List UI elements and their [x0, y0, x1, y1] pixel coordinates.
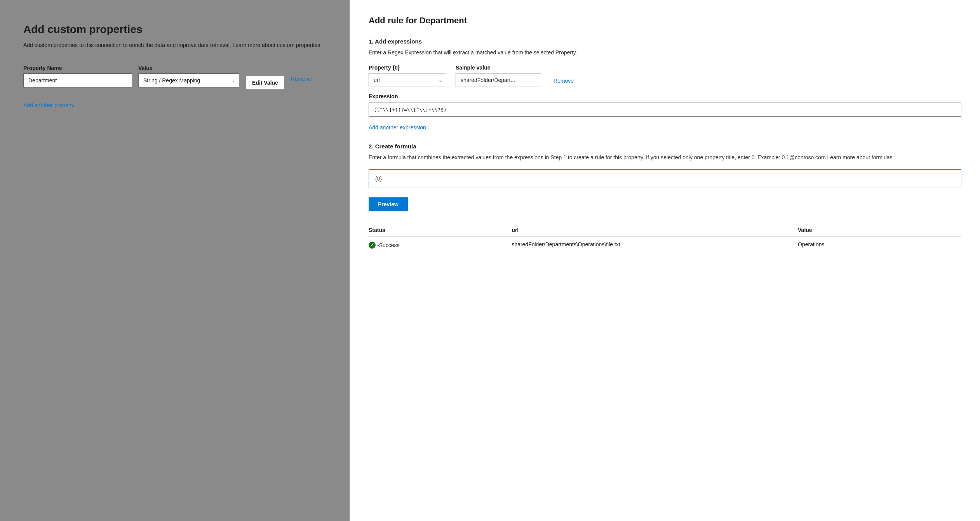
value-label: Value [138, 65, 239, 71]
property-field: Property {0} url path title ⌄ [369, 64, 446, 87]
expression-label: Expression [369, 93, 961, 99]
preview-button[interactable]: Preview [369, 197, 408, 211]
value-header: Value [798, 224, 961, 237]
expression-input[interactable] [369, 103, 961, 117]
page-title: Add custom properties [23, 23, 326, 36]
expression-field: Expression [369, 93, 961, 117]
value-select-wrapper: String / Regex Mapping Static Value Cons… [138, 73, 239, 87]
page-description: Add custom properties to this connection… [23, 41, 326, 49]
property-col-label: Property {0} [369, 64, 446, 71]
step1-heading: 1. Add expressions [369, 38, 961, 45]
property-dropdown-wrapper: url path title ⌄ [369, 73, 446, 87]
step1-description: Enter a Regex Expression that will extra… [369, 49, 961, 57]
success-badge: ✓ -Success [369, 242, 400, 249]
remove-field: Remove [550, 64, 574, 87]
url-cell: sharedFolder\Departments\Operations\file… [512, 237, 798, 253]
panel-title: Add rule for Department [369, 16, 961, 26]
property-name-label: Property Name [23, 65, 132, 71]
edit-value-button[interactable]: Edit Value [245, 76, 285, 90]
step1-section: 1. Add expressions Enter a Regex Express… [369, 38, 961, 143]
remove-link[interactable]: Remove [291, 76, 311, 85]
remove-expression-link[interactable]: Remove [554, 78, 574, 87]
left-panel: Add custom properties Add custom propert… [0, 0, 350, 521]
step1-fields-row: Property {0} url path title ⌄ Sample val… [369, 64, 961, 87]
operations-label: Operations [798, 241, 961, 247]
property-name-group: Property Name [23, 65, 132, 87]
edit-value-group: Edit Value [245, 65, 285, 90]
value-select[interactable]: String / Regex Mapping Static Value Cons… [138, 73, 239, 87]
sample-value-input[interactable] [456, 73, 541, 87]
add-expression-link[interactable]: Add another expression [369, 124, 426, 131]
step2-section: 2. Create formula Enter a formula that c… [369, 143, 961, 253]
formula-input[interactable] [369, 169, 961, 188]
value-cell: Operations [798, 237, 961, 253]
step2-description: Enter a formula that combines the extrac… [369, 153, 961, 162]
property-form-row: Property Name Value String / Regex Mappi… [23, 65, 326, 90]
check-icon: ✓ [369, 242, 376, 249]
results-table: Status url Value ✓ -Success sharedFolder… [369, 224, 961, 253]
table-row: ✓ -Success sharedFolder\Departments\Oper… [369, 237, 961, 253]
add-property-link[interactable]: Add another property [23, 102, 75, 108]
status-text: -Success [377, 242, 400, 248]
property-dropdown[interactable]: url path title [369, 73, 446, 87]
value-group: Value String / Regex Mapping Static Valu… [138, 65, 239, 87]
property-name-input[interactable] [23, 73, 132, 87]
sample-value-label: Sample value [456, 64, 541, 71]
remove-group: Remove [291, 65, 311, 85]
url-header: url [512, 224, 798, 237]
sample-value-field: Sample value [456, 64, 541, 87]
status-cell: ✓ -Success [369, 237, 512, 253]
right-panel: Add rule for Department 1. Add expressio… [350, 0, 980, 521]
status-header: Status [369, 224, 512, 237]
step2-heading: 2. Create formula [369, 143, 961, 150]
